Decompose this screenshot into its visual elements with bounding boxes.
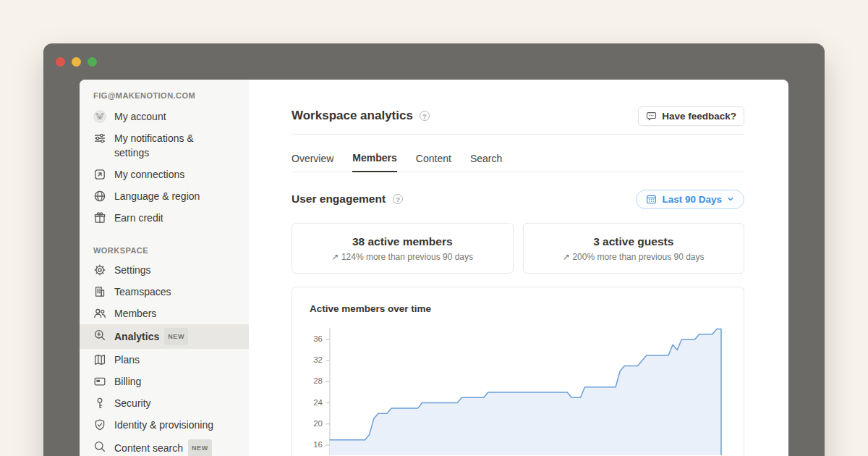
active-members-chart-card: Active members over time 363228242016 [292, 287, 744, 456]
help-icon[interactable]: ? [393, 194, 403, 204]
chart-title: Active members over time [310, 303, 726, 314]
gear-icon [93, 263, 106, 276]
app-window: FIG@MAKENOTION.COM My account My notific… [43, 43, 825, 456]
magnifier-plus-icon [93, 329, 106, 342]
sidebar-item-label: My connections [114, 167, 184, 182]
active-members-area-chart: 363228242016 [310, 324, 726, 455]
globe-icon [93, 190, 106, 203]
sidebar-item-label: Members [114, 306, 156, 321]
tab-members[interactable]: Members [352, 152, 396, 172]
svg-text:32: 32 [313, 355, 323, 364]
svg-text:28: 28 [313, 376, 323, 385]
tab-search[interactable]: Search [470, 152, 502, 172]
svg-text:20: 20 [313, 419, 323, 428]
sidebar-item-language-region[interactable]: Language & region [80, 185, 249, 207]
sidebar-item-label: Security [114, 396, 151, 410]
trend-up-icon: ↗ [331, 252, 339, 262]
active-guests-stat-card: 3 active guests ↗ 200% more than previou… [523, 223, 745, 274]
sidebar-item-label: Plans [114, 352, 140, 367]
sidebar-item-label: My notifications & settings [114, 131, 221, 160]
tab-overview[interactable]: Overview [292, 152, 333, 172]
trend-up-icon: ↗ [563, 252, 570, 262]
sidebar-item-content-search[interactable]: Content searchNEW [80, 436, 249, 456]
section-title: User engagement [292, 193, 386, 206]
people-icon [93, 307, 106, 320]
minimize-window-button[interactable] [72, 57, 81, 67]
sidebar-item-my-connections[interactable]: My connections [80, 164, 249, 185]
page-title: Workspace analytics [292, 109, 413, 123]
sidebar-item-my-account[interactable]: My account [80, 106, 249, 127]
zoom-window-button[interactable] [88, 57, 97, 67]
sidebar-item-label: AnalyticsNEW [114, 328, 188, 345]
active-members-stat-card: 38 active members ↗ 124% more than previ… [292, 223, 514, 274]
svg-text:16: 16 [313, 440, 323, 449]
sidebar-item-label: Content searchNEW [114, 439, 212, 456]
map-icon [93, 353, 106, 366]
stat-change: ↗ 200% more than previous 90 days [563, 252, 705, 262]
have-feedback-button[interactable]: Have feedback? [638, 106, 744, 126]
building-icon [93, 285, 106, 298]
new-badge: NEW [164, 328, 188, 345]
arrow-up-right-box-icon [93, 168, 106, 181]
sidebar-item-identity-provisioning[interactable]: Identity & provisioning [80, 414, 249, 436]
settings-sidebar: FIG@MAKENOTION.COM My account My notific… [80, 80, 249, 456]
key-icon [93, 397, 106, 410]
calendar-icon [646, 194, 657, 205]
settings-dialog: FIG@MAKENOTION.COM My account My notific… [80, 80, 788, 456]
magnifier-icon [93, 440, 106, 453]
stat-value: 3 active guests [593, 235, 673, 248]
chevron-down-icon [727, 195, 734, 203]
window-titlebar [43, 43, 825, 80]
sidebar-item-label: Settings [114, 263, 151, 277]
sidebar-item-analytics[interactable]: AnalyticsNEW [80, 324, 249, 349]
close-window-button[interactable] [56, 57, 65, 67]
gift-icon [93, 211, 106, 224]
credit-card-icon [93, 375, 106, 388]
sidebar-item-billing[interactable]: Billing [80, 371, 249, 392]
avatar-icon [93, 110, 106, 123]
tab-content[interactable]: Content [416, 152, 451, 172]
help-icon[interactable]: ? [420, 111, 430, 121]
stat-change: ↗ 124% more than previous 90 days [331, 252, 473, 262]
sidebar-item-label: Earn credit [114, 211, 163, 225]
sidebar-item-label: Language & region [114, 189, 200, 203]
sidebar-item-earn-credit[interactable]: Earn credit [80, 207, 249, 229]
sidebar-item-teamspaces[interactable]: Teamspaces [80, 281, 249, 303]
sidebar-item-label: Teamspaces [114, 284, 171, 299]
speech-bubble-icon [646, 111, 657, 122]
sliders-icon [93, 132, 106, 145]
sidebar-item-plans[interactable]: Plans [80, 349, 249, 371]
sidebar-item-label: Billing [114, 374, 141, 389]
sidebar-item-label: Identity & provisioning [114, 418, 213, 432]
sidebar-item-my-notifications-settings[interactable]: My notifications & settings [80, 127, 228, 164]
svg-text:24: 24 [313, 398, 323, 407]
stat-value: 38 active members [352, 235, 453, 248]
sidebar-item-label: My account [114, 109, 166, 124]
date-range-selector[interactable]: Last 90 Days [636, 190, 744, 209]
workspace-section-label: WORKSPACE [80, 243, 249, 259]
header-divider [292, 134, 744, 135]
sidebar-item-settings[interactable]: Settings [80, 259, 249, 281]
sidebar-item-members[interactable]: Members [80, 303, 249, 324]
new-badge: NEW [188, 439, 212, 456]
shield-check-icon [93, 418, 106, 431]
analytics-panel: Workspace analytics ? Have feedback? Ove… [249, 80, 788, 456]
analytics-tabs: Overview Members Content Search [292, 152, 744, 172]
sidebar-item-security[interactable]: Security [80, 392, 249, 414]
svg-text:36: 36 [313, 334, 323, 343]
account-email-label: FIG@MAKENOTION.COM [80, 90, 249, 106]
